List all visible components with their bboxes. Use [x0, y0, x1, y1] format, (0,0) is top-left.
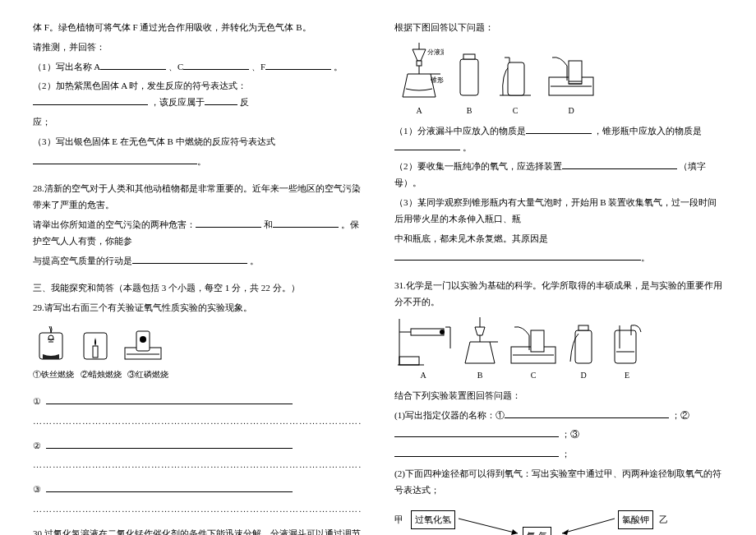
svg-point-6	[140, 336, 146, 343]
apparatus-c: C	[495, 41, 536, 118]
caption-3: ③红磷燃烧	[127, 370, 168, 379]
q31: 31.化学是一门以实验为基础的科学。化学所取得的丰硕成果，是与实验的重要作用分不…	[394, 278, 723, 311]
svg-line-21	[459, 519, 518, 533]
svg-rect-10	[508, 62, 524, 95]
question-2: （2）加热紫黑色固体 A 时，发生反应的符号表达式： ，该反应属于 反	[33, 78, 362, 111]
below-q: 结合下列实验装置图回答问题：	[394, 388, 723, 404]
label-funnel-text: 分液漏斗	[427, 48, 444, 56]
svg-point-15	[440, 330, 445, 334]
svg-rect-9	[463, 54, 475, 59]
svg-marker-22	[511, 529, 518, 535]
blank	[132, 253, 247, 264]
left-column: 体 F。绿色植物可将气体 F 通过光合作用吸收，并转化为无色气体 B。 请推测，…	[33, 16, 362, 535]
svg-rect-20	[615, 330, 636, 363]
text: 、F	[251, 62, 265, 71]
text: 、C	[168, 62, 183, 71]
apparatus-b: B	[452, 41, 486, 118]
apparatus-a: 分液漏斗 锥形瓶 A	[394, 41, 444, 118]
blank	[505, 408, 669, 418]
text: 。	[197, 156, 206, 166]
text: （1）分液漏斗中应放入的物质是	[394, 126, 526, 136]
answer-line-3: ③	[33, 482, 362, 498]
label-b: B	[477, 368, 483, 383]
blank	[394, 140, 460, 150]
text: （3）写出银色固体 E 在无色气体 B 中燃烧的反应符号表达式	[33, 136, 275, 146]
question-1: （1）写出名称 A 、C 、F 。	[33, 59, 362, 76]
rq3a: （3）某同学观察到锥形瓶内有大量气泡时，开始用 B 装置收集氧气，过一段时间后用…	[394, 195, 723, 228]
text: ；	[561, 449, 570, 459]
figure-captions: ①铁丝燃烧 ②蜡烛燃烧 ③红磷燃烧	[33, 367, 362, 382]
blank	[562, 159, 677, 169]
text: 请举出你所知道的空气污染的两种危害：	[33, 219, 196, 229]
label-e: E	[625, 368, 629, 383]
svg-rect-13	[399, 357, 419, 365]
svg-marker-26	[562, 529, 569, 535]
caption-2: ②蜡烛燃烧	[81, 370, 122, 379]
apparatus-e2: E	[608, 316, 646, 383]
num-3: ③	[33, 482, 46, 498]
blank	[526, 123, 592, 134]
label-d: D	[568, 104, 574, 118]
text: 。	[334, 62, 343, 71]
iq1-cont: ；③	[394, 427, 723, 443]
label-a: A	[420, 368, 426, 383]
question-3: （3）写出银色固体 E 在无色气体 B 中燃烧的反应符号表达式	[33, 134, 362, 150]
text: （2）加热紫黑色固体 A 时，发生反应的符号表达式：	[33, 81, 247, 90]
dotted-separator: ……………………………………………………………………………………………………	[33, 413, 362, 430]
blank-line: 。	[394, 250, 723, 266]
apparatus-d2: D	[567, 316, 600, 383]
box-h2o2: 过氧化氢	[411, 510, 455, 530]
dotted-separator: ……………………………………………………………………………………………………	[33, 457, 362, 473]
label-b: B	[467, 104, 472, 118]
iq1: (1)写出指定仪器的名称：① ；②	[394, 408, 723, 424]
figure-experiments	[33, 321, 362, 362]
label-yi: 乙	[659, 512, 668, 528]
text: 与提高空气质量的行动是	[33, 256, 132, 265]
label-c: C	[531, 368, 537, 383]
num-1: ①	[33, 394, 46, 410]
svg-rect-12	[569, 61, 582, 84]
text: 。	[463, 142, 472, 152]
blank	[33, 95, 148, 105]
text: ；③	[561, 429, 579, 439]
iq2: (2)下面四种途径都可以得到氧气：写出实验室中通过甲、丙两种途径制取氧气的符号表…	[394, 466, 723, 499]
q28-line2: 请举出你所知道的空气污染的两种危害： 和 。保护空气人人有责，你能参	[33, 217, 362, 250]
text: ；②	[671, 410, 689, 420]
text: ，该反应属于	[150, 97, 205, 107]
blank	[100, 59, 166, 70]
jar-phosphorus	[122, 321, 164, 362]
num-2: ②	[33, 438, 46, 454]
reaction-diagram: 甲 过氧化氢 丙 高锰酸钾 氧 气 氯酸钾 乙 空 气 丁	[394, 502, 674, 535]
blank-line: 。	[33, 154, 362, 170]
svg-rect-14	[411, 329, 444, 335]
text: 中和瓶底，都未见木条复燃。其原因是	[394, 233, 548, 243]
q28-line3: 与提高空气质量的行动是 。	[33, 253, 362, 270]
answer-line-2: ②	[33, 438, 362, 454]
blank	[205, 95, 237, 105]
label-c: C	[513, 104, 519, 118]
text: （2）要收集一瓶纯净的氧气，应选择装置	[394, 161, 562, 171]
text: 和	[264, 219, 273, 229]
text: (1)写出指定仪器的名称：①	[394, 410, 505, 420]
svg-line-25	[562, 519, 615, 533]
box-kclo3: 氯酸钾	[618, 510, 653, 530]
caption-1: ①铁丝燃烧	[33, 370, 74, 379]
text-line: 体 F。绿色植物可将气体 F 通过光合作用吸收，并转化为无色气体 B。	[33, 20, 362, 36]
iq1-cont2: ；	[394, 446, 723, 463]
blank	[394, 427, 559, 437]
text-line: 应；	[33, 114, 362, 131]
figure-apparatus-abcd: 分液漏斗 锥形瓶 A B C	[394, 41, 723, 118]
blank	[265, 59, 331, 70]
text-line: 根据下图回答以下问题：	[394, 20, 723, 36]
label-jia: 甲	[394, 512, 403, 528]
text: 反	[240, 97, 249, 107]
apparatus-d: D	[544, 41, 598, 118]
label-flask-text: 锥形瓶	[430, 76, 444, 84]
figure-apparatus-abcde: A B C	[394, 316, 723, 383]
jar-iron	[33, 321, 69, 362]
blank	[394, 250, 641, 261]
svg-rect-3	[93, 346, 98, 357]
q28-line1: 28.清新的空气对于人类和其他动植物都是非常重要的。近年来一些地区的空气污染带来…	[33, 181, 362, 214]
blank	[33, 154, 197, 164]
svg-rect-8	[460, 59, 478, 95]
